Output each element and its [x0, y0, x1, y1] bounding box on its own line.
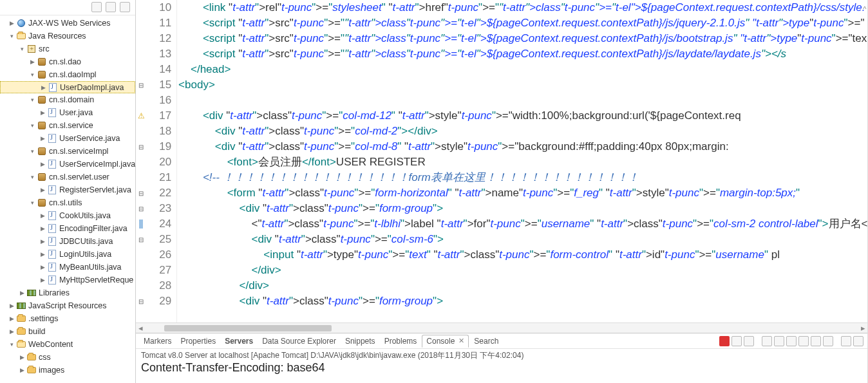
tree-libraries[interactable]: ▶Libraries	[0, 286, 135, 299]
code-editor[interactable]: ⊟⚠⊟⊟⊟⊟⊟ 10111213141516171819202122232425…	[136, 0, 867, 322]
java-file-icon	[49, 83, 57, 92]
tree-label: User.java	[59, 106, 93, 119]
tree-label: CookUtils.java	[59, 209, 111, 222]
editor-horizontal-scrollbar[interactable]: ◂ ▸	[136, 322, 867, 333]
tree-pkg-dao[interactable]: ▶cn.sl.dao	[0, 55, 135, 68]
tree-label: src	[39, 42, 50, 55]
tree-pkg-utils[interactable]: ▾cn.sl.utils	[0, 196, 135, 209]
tree-images[interactable]: ▶images	[0, 364, 135, 377]
java-file-icon	[48, 211, 56, 220]
globe-icon	[17, 19, 25, 27]
tree-pkg-serviceimpl[interactable]: ▾cn.sl.serviceImpl	[0, 145, 135, 158]
view-menu-icon[interactable]	[120, 2, 130, 12]
folder-icon	[17, 315, 26, 322]
tree-pkg-service[interactable]: ▾cn.sl.service	[0, 119, 135, 132]
scrollbar-thumb[interactable]	[164, 325, 332, 332]
tree-file-registerservlet[interactable]: ▶RegisterServlet.java	[0, 183, 135, 196]
tree-pkg-daoimpl[interactable]: ▾cn.sl.daoImpl	[0, 68, 135, 81]
tree-jaxws[interactable]: ▶JAX-WS Web Services	[0, 17, 135, 30]
pin-console-icon[interactable]	[798, 336, 809, 346]
tree-src[interactable]: ▾src	[0, 42, 135, 55]
tree-file-myhttpservletreque[interactable]: ▶MyHttpServletReque	[0, 274, 135, 286]
tab-label: Console	[426, 337, 455, 346]
tree-label: .settings	[28, 312, 59, 325]
package-icon	[38, 199, 46, 207]
tab-search[interactable]: Search	[470, 335, 502, 347]
tree-label: UserService.java	[59, 132, 120, 145]
tree-label: JavaScript Resources	[28, 299, 107, 312]
tab-console[interactable]: Console✕	[422, 335, 469, 348]
folder-icon	[17, 33, 26, 39]
tree-file-userservice[interactable]: ▶UserService.java	[0, 132, 135, 145]
terminate-icon[interactable]	[719, 336, 730, 346]
word-wrap-icon[interactable]	[786, 336, 797, 346]
java-file-icon	[48, 250, 56, 259]
tree-settings[interactable]: ▶.settings	[0, 312, 135, 325]
tree-label: cn.sl.dao	[49, 55, 81, 68]
tree-css[interactable]: ▶css	[0, 351, 135, 364]
code-area[interactable]: <link "t-attr">rel"t-punc">="stylesheet"…	[177, 0, 867, 322]
tab-markers[interactable]: Markers	[140, 335, 175, 347]
tree-file-user[interactable]: ▶User.java	[0, 106, 135, 119]
tree-label: cn.sl.servlet.user	[49, 171, 109, 183]
tree-java-resources[interactable]: ▾Java Resources	[0, 30, 135, 42]
scroll-lock-icon[interactable]	[774, 336, 784, 346]
console-toolbar	[719, 336, 863, 346]
annotation-ruler[interactable]: ⊟⚠⊟⊟⊟⊟⊟	[136, 0, 146, 322]
folder-icon	[27, 367, 36, 373]
tree-label: LoginUtils.java	[59, 248, 111, 261]
tab-label: Data Source Explorer	[262, 337, 336, 346]
java-file-icon	[48, 160, 56, 169]
tree-file-mybeanutils[interactable]: ▶MyBeanUtils.java	[0, 261, 135, 274]
maximize-icon[interactable]	[853, 336, 863, 346]
tab-snippets[interactable]: Snippets	[341, 335, 379, 347]
display-selected-console-icon[interactable]	[811, 336, 821, 346]
tree-file-loginutils[interactable]: ▶LoginUtils.java	[0, 248, 135, 261]
tab-properties[interactable]: Properties	[176, 335, 220, 347]
package-icon	[38, 122, 46, 129]
clear-console-icon[interactable]	[762, 336, 772, 346]
tree-label: Java Resources	[28, 30, 86, 42]
tree-file-cookutils[interactable]: ▶CookUtils.java	[0, 209, 135, 222]
tree-label: UserServiceImpl.java	[59, 158, 135, 171]
tab-label: Snippets	[345, 337, 375, 346]
console-line: Content-Transfer-Encoding: base64	[141, 361, 862, 375]
tree-file-encodingfilter[interactable]: ▶EncodingFilter.java	[0, 222, 135, 235]
tree-webcontent[interactable]: ▾WebContent	[0, 338, 135, 351]
project-explorer: ▶JAX-WS Web Services ▾Java Resources ▾sr…	[0, 0, 136, 383]
tree-label: cn.sl.daoImpl	[49, 68, 97, 81]
tree-file-jdbcutils[interactable]: ▶JDBCUtils.java	[0, 235, 135, 248]
package-icon	[38, 96, 46, 104]
remove-all-terminated-icon[interactable]	[744, 336, 754, 346]
line-number-gutter[interactable]: 1011121314151617181920212223242526272829	[146, 0, 177, 322]
close-icon[interactable]: ✕	[458, 337, 464, 345]
tab-servers[interactable]: Servers	[221, 335, 257, 347]
tab-label: Search	[474, 337, 498, 346]
tree-label: UserDaoImpl.java	[60, 81, 124, 94]
tree-label: cn.sl.domain	[49, 93, 94, 106]
tab-label: Properties	[180, 337, 216, 346]
minimize-icon[interactable]	[841, 336, 851, 346]
console-output[interactable]: Tomcat v8.0 Server at localhost [Apache …	[136, 349, 867, 383]
open-console-icon[interactable]	[823, 336, 833, 346]
source-folder-icon	[28, 45, 35, 53]
bottom-panel: Markers Properties Servers Data Source E…	[136, 333, 867, 383]
remove-launch-icon[interactable]	[731, 336, 742, 346]
tree-label: images	[39, 364, 64, 377]
java-file-icon	[48, 224, 56, 233]
tree-label: WebContent	[28, 338, 73, 351]
tree-file-userdaoimpl[interactable]: ▶UserDaoImpl.java	[0, 81, 135, 93]
tree-pkg-domain[interactable]: ▾cn.sl.domain	[0, 93, 135, 106]
tree-build[interactable]: ▶build	[0, 325, 135, 338]
project-tree[interactable]: ▶JAX-WS Web Services ▾Java Resources ▾sr…	[0, 15, 135, 383]
tab-dse[interactable]: Data Source Explorer	[258, 335, 340, 347]
tab-problems[interactable]: Problems	[381, 335, 421, 347]
tree-pkg-servletuser[interactable]: ▾cn.sl.servlet.user	[0, 171, 135, 183]
tree-label: JAX-WS Web Services	[28, 17, 111, 30]
link-editor-icon[interactable]	[106, 2, 116, 12]
tree-js-resources[interactable]: ▶JavaScript Resources	[0, 299, 135, 312]
tab-label: Problems	[384, 337, 417, 346]
folder-icon	[27, 354, 36, 360]
tree-file-userserviceimpl[interactable]: ▶UserServiceImpl.java	[0, 158, 135, 171]
collapse-all-icon[interactable]	[91, 2, 102, 12]
